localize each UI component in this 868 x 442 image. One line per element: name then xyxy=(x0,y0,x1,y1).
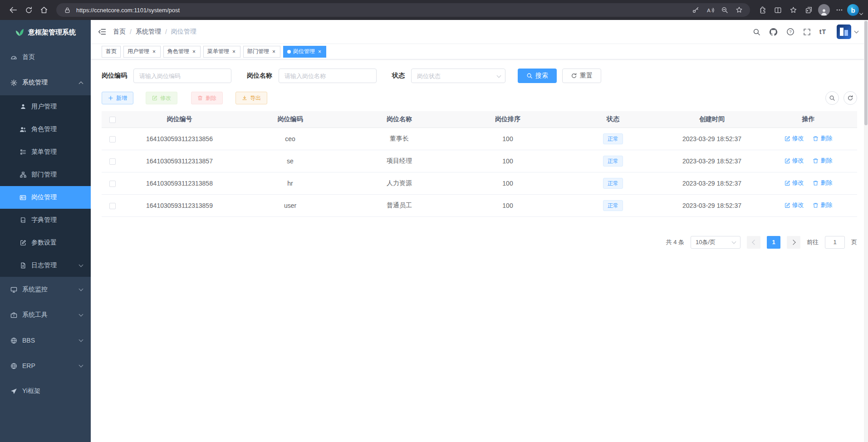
svg-text:A: A xyxy=(707,7,711,13)
user-menu[interactable] xyxy=(837,25,858,39)
window-scrollbar[interactable] xyxy=(864,20,868,442)
page-number-1[interactable]: 1 xyxy=(767,236,780,249)
text-size-icon: tT xyxy=(819,28,826,35)
help-button[interactable]: ? xyxy=(786,28,794,36)
tab-roles[interactable]: 角色管理 × xyxy=(163,46,201,58)
status-select[interactable] xyxy=(411,69,505,83)
add-favorite-star-icon[interactable] xyxy=(734,5,745,15)
sidebar-item-erp[interactable]: ERP xyxy=(0,353,91,378)
post-name-input[interactable] xyxy=(279,69,377,83)
next-page-button[interactable] xyxy=(787,236,800,249)
row-delete-link[interactable]: 删除 xyxy=(813,201,832,209)
goto-page-input[interactable] xyxy=(825,236,845,249)
close-icon[interactable]: × xyxy=(152,49,157,55)
row-checkbox[interactable] xyxy=(109,158,116,165)
browser-refresh-button[interactable] xyxy=(21,2,36,18)
favorites-button[interactable] xyxy=(785,2,801,18)
breadcrumb-home[interactable]: 首页 xyxy=(113,28,126,36)
select-all-checkbox[interactable] xyxy=(109,117,116,123)
sidebar-item-posts[interactable]: 岗位管理 xyxy=(0,186,91,209)
export-button[interactable]: 导出 xyxy=(235,92,267,104)
tab-departments[interactable]: 部门管理 × xyxy=(243,46,280,58)
url-text[interactable]: https://ccnetcore.com:1101/system/post xyxy=(76,7,687,14)
sidebar-item-menus[interactable]: 菜单管理 xyxy=(0,141,91,163)
sidebar-item-dictionaries[interactable]: 字典管理 xyxy=(0,209,91,231)
tab-menus[interactable]: 菜单管理 × xyxy=(203,46,240,58)
sidebar-collapse-button[interactable] xyxy=(98,28,106,36)
tab-users[interactable]: 用户管理 × xyxy=(123,46,161,58)
sidebar-item-logs[interactable]: 日志管理 xyxy=(0,254,91,277)
breadcrumb-system[interactable]: 系统管理 xyxy=(136,28,161,36)
sidebar-item-system[interactable]: 系统管理 xyxy=(0,70,91,95)
table-row[interactable]: 1641030593112313857 se 项目经理 100 正常 2023-… xyxy=(102,150,857,172)
sidebar-item-home[interactable]: 首页 xyxy=(0,44,91,70)
sidebar-item-parameters[interactable]: 参数设置 xyxy=(0,231,91,254)
sidebar-item-bbs[interactable]: BBS xyxy=(0,328,91,353)
font-size-button[interactable]: tT xyxy=(819,28,826,35)
sidebar-item-tools[interactable]: 系统工具 xyxy=(0,302,91,328)
add-button[interactable]: 新增 xyxy=(102,92,133,104)
table-row[interactable]: 1641030593112313856 ceo 董事长 100 正常 2023-… xyxy=(102,128,857,150)
edit-button[interactable]: 修改 xyxy=(146,92,177,104)
password-key-icon[interactable] xyxy=(690,5,701,15)
row-edit-link[interactable]: 修改 xyxy=(785,179,804,187)
column-header-id: 岗位编号 xyxy=(123,111,235,128)
filter-form: 岗位编码 岗位名称 状态 搜索 xyxy=(102,69,857,83)
reset-button[interactable]: 重置 xyxy=(562,69,601,83)
address-bar[interactable]: https://ccnetcore.com:1101/system/post A xyxy=(56,3,750,17)
read-aloud-icon[interactable]: A xyxy=(705,5,716,15)
close-icon[interactable]: × xyxy=(271,49,276,55)
status-select-input[interactable] xyxy=(411,69,505,83)
browser-menu-button[interactable] xyxy=(832,2,847,18)
fullscreen-button[interactable] xyxy=(803,28,811,36)
collections-button[interactable] xyxy=(801,2,816,18)
row-delete-link[interactable]: 删除 xyxy=(813,157,832,165)
cell-post-id: 1641030593112313857 xyxy=(123,150,235,172)
cell-post-id: 1641030593112313858 xyxy=(123,172,235,194)
leaf-logo-icon xyxy=(15,28,24,37)
github-link-button[interactable] xyxy=(769,28,778,36)
tab-home[interactable]: 首页 xyxy=(102,46,121,58)
browser-profile-button[interactable] xyxy=(816,2,832,18)
site-lock-icon[interactable] xyxy=(62,5,73,15)
split-screen-button[interactable] xyxy=(770,2,785,18)
sidebar-item-monitor[interactable]: 系统监控 xyxy=(0,277,91,302)
sidebar-item-yi-framework[interactable]: Yi框架 xyxy=(0,378,91,404)
delete-button[interactable]: 删除 xyxy=(191,92,223,104)
header-search-button[interactable] xyxy=(753,28,760,36)
row-checkbox[interactable] xyxy=(109,203,116,209)
app-logo[interactable]: 意框架管理系统 xyxy=(0,20,91,44)
tab-posts[interactable]: 岗位管理 × xyxy=(283,46,326,58)
sidebar-item-roles[interactable]: 角色管理 xyxy=(0,118,91,141)
page-size-select[interactable]: 10条/页 xyxy=(691,236,740,249)
prev-page-button[interactable] xyxy=(747,236,760,249)
close-icon[interactable]: × xyxy=(191,49,196,55)
row-delete-link[interactable]: 删除 xyxy=(813,179,832,187)
sidebar-item-users[interactable]: 用户管理 xyxy=(0,95,91,118)
row-edit-link[interactable]: 修改 xyxy=(785,201,804,209)
refresh-icon xyxy=(25,6,33,14)
extensions-button[interactable] xyxy=(755,2,770,18)
table-row[interactable]: 1641030593112313859 user 普通员工 100 正常 202… xyxy=(102,194,857,216)
search-button[interactable]: 搜索 xyxy=(518,69,557,83)
row-delete-link[interactable]: 删除 xyxy=(813,134,832,142)
refresh-table-button[interactable] xyxy=(843,91,857,105)
row-edit-link[interactable]: 修改 xyxy=(785,134,804,142)
cell-post-sort: 100 xyxy=(454,128,562,150)
browser-home-button[interactable] xyxy=(36,2,52,18)
row-checkbox[interactable] xyxy=(109,136,116,142)
browser-back-button[interactable] xyxy=(5,2,21,18)
sidebar-item-departments[interactable]: 部门管理 xyxy=(0,163,91,186)
bing-discover-button[interactable]: b xyxy=(847,2,863,18)
toggle-search-button[interactable] xyxy=(825,91,839,105)
row-edit-link[interactable]: 修改 xyxy=(785,157,804,165)
post-code-input[interactable] xyxy=(133,69,231,83)
column-header-name: 岗位名称 xyxy=(345,111,454,128)
zoom-out-icon[interactable] xyxy=(719,5,730,15)
row-checkbox[interactable] xyxy=(109,181,116,187)
tree-table-icon xyxy=(19,149,27,155)
close-icon[interactable]: × xyxy=(231,49,236,55)
table-row[interactable]: 1641030593112313858 hr 人力资源 100 正常 2023-… xyxy=(102,172,857,194)
close-icon[interactable]: × xyxy=(317,49,322,55)
scrollbar-thumb[interactable] xyxy=(864,21,868,125)
